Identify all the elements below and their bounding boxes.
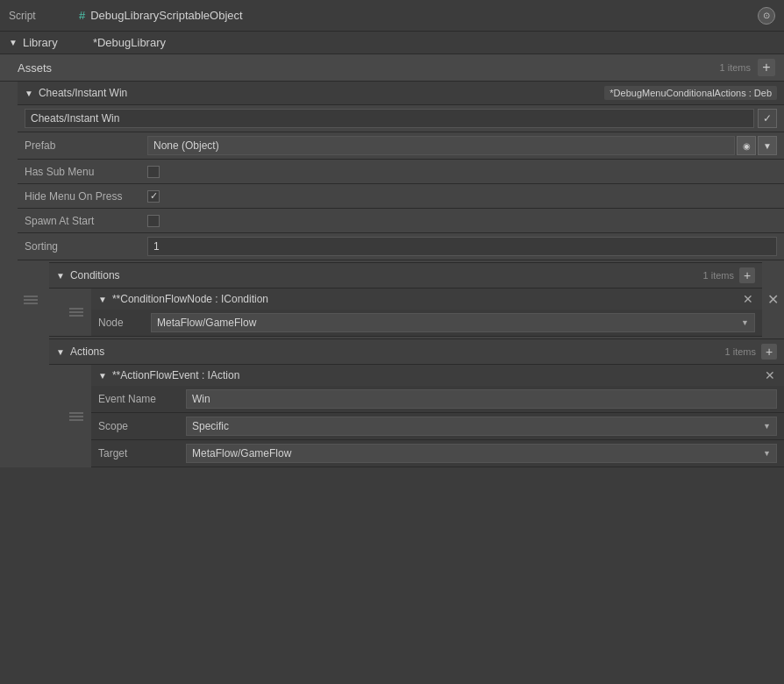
cheats-item-title: Cheats/Instant Win: [39, 87, 604, 99]
library-label: Library: [23, 36, 93, 49]
hide-menu-field: [147, 190, 777, 203]
conditions-title: Conditions: [70, 269, 703, 281]
actions-count: 1 items: [725, 346, 756, 357]
library-value: *DebugLibrary: [93, 36, 166, 49]
target-row: Target MetaFlow/GameFlow ▼: [91, 440, 784, 467]
conditions-triangle-icon: ▼: [56, 271, 65, 281]
name-field-row: ✓: [18, 105, 784, 132]
conditions-section: ▼ Conditions 1 items +: [18, 262, 784, 337]
condition-triangle-icon: ▼: [98, 295, 107, 304]
name-confirm-btn[interactable]: ✓: [758, 109, 777, 128]
scope-row: Scope Specific ▼: [91, 413, 784, 440]
spawn-at-start-field: [147, 215, 777, 227]
conditions-outer: ▼ Conditions 1 items +: [18, 262, 784, 337]
cheats-triangle-icon: ▼: [25, 89, 33, 98]
hide-menu-field-row: Hide Menu On Press: [18, 184, 784, 209]
target-dropdown-value: MetaFlow/GameFlow: [192, 447, 291, 460]
hide-menu-label: Hide Menu On Press: [25, 190, 147, 203]
condition-node-value: MetaFlow/GameFlow: [157, 317, 256, 329]
condition-item-content: ▼ **ConditionFlowNode : ICondition ✕ Nod…: [91, 289, 762, 336]
scope-value: Specific ▼: [186, 417, 777, 436]
action-item-name: **ActionFlowEvent : IAction: [112, 369, 763, 381]
action-drag-handle[interactable]: [67, 365, 91, 467]
script-label: Script: [9, 10, 79, 22]
condition-drag-handle[interactable]: [67, 308, 91, 317]
prefab-target-btn[interactable]: ◉: [737, 136, 756, 155]
hide-menu-checkbox[interactable]: [147, 190, 160, 203]
conditions-drag-handle[interactable]: [18, 296, 49, 304]
target-dropdown-arrow: ▼: [763, 449, 771, 458]
prefab-field: None (Object) ◉ ▼: [147, 136, 777, 155]
action-drag-icon: [69, 412, 83, 421]
actions-title: Actions: [70, 346, 725, 358]
library-row: ▼ Library *DebugLibrary: [0, 32, 784, 54]
has-sub-menu-checkbox[interactable]: [147, 166, 160, 178]
prefab-value: None (Object): [147, 136, 735, 155]
prefab-dropdown-btn[interactable]: ▼: [758, 136, 777, 155]
action-item-content: ▼ **ActionFlowEvent : IAction ✕: [91, 365, 784, 467]
scope-label: Scope: [98, 420, 186, 432]
script-name: DebugLibraryScriptableObject: [90, 9, 242, 22]
condition-node-dropdown-arrow: ▼: [741, 318, 749, 327]
action-item-header: ▼ **ActionFlowEvent : IAction ✕: [91, 365, 784, 386]
condition-remove-btn[interactable]: ✕: [741, 292, 755, 306]
target-value: MetaFlow/GameFlow ▼: [186, 444, 777, 463]
name-input[interactable]: [25, 109, 754, 128]
sorting-label: Sorting: [25, 240, 147, 253]
actions-triangle-icon: ▼: [56, 347, 65, 357]
cheats-item-value: *DebugMenuConditionalActions : Deb: [604, 86, 777, 100]
event-name-value: [186, 389, 777, 409]
condition-node-dropdown[interactable]: MetaFlow/GameFlow ▼: [151, 313, 755, 332]
script-target-btn[interactable]: ⊙: [758, 7, 775, 25]
cheats-item: ▼ Cheats/Instant Win *DebugMenuCondition…: [0, 82, 784, 467]
event-name-label: Event Name: [98, 393, 186, 405]
assets-count: 1 items: [720, 62, 751, 73]
actions-outer: ▼ Actions 1 items +: [18, 338, 784, 467]
library-triangle-icon: ▼: [9, 38, 18, 47]
has-sub-menu-label: Has Sub Menu: [25, 166, 147, 178]
condition-drag-icon: [69, 308, 83, 317]
has-sub-menu-field: [147, 166, 777, 178]
event-name-input[interactable]: [186, 389, 777, 409]
spawn-at-start-label: Spawn At Start: [25, 215, 147, 227]
target-label: Target: [98, 447, 186, 460]
actions-header: ▼ Actions 1 items +: [49, 338, 784, 365]
assets-section: Assets 1 items + ▼ Cheats/Instant Win *D…: [0, 54, 784, 467]
prefab-label: Prefab: [25, 139, 147, 152]
actions-content: ▼ Actions 1 items +: [49, 338, 784, 467]
condition-name-text: *ConditionFlowNode : ICondition: [117, 293, 268, 305]
sorting-field-row: Sorting: [18, 233, 784, 260]
name-row-container: ✓: [25, 109, 777, 128]
action-name-text: *ActionFlowEvent : IAction: [117, 369, 240, 381]
sorting-input[interactable]: [147, 237, 777, 256]
actions-add-btn[interactable]: +: [761, 344, 777, 360]
assets-add-btn[interactable]: +: [758, 59, 775, 76]
condition-item-header: ▼ **ConditionFlowNode : ICondition ✕: [91, 289, 762, 310]
has-sub-menu-field-row: Has Sub Menu: [18, 160, 784, 184]
spawn-at-start-field-row: Spawn At Start: [18, 209, 784, 233]
cheats-item-header: ▼ Cheats/Instant Win *DebugMenuCondition…: [18, 82, 784, 105]
target-dropdown[interactable]: MetaFlow/GameFlow ▼: [186, 444, 777, 463]
action-item: ▼ **ActionFlowEvent : IAction ✕: [49, 365, 784, 467]
hash-icon: #: [79, 9, 85, 22]
condition-node-row: Node MetaFlow/GameFlow ▼: [91, 310, 762, 336]
action-item-fields: Event Name Scope: [91, 386, 784, 467]
action-item-outer: ▼ **ActionFlowEvent : IAction ✕: [67, 365, 784, 467]
condition-node-label: Node: [98, 317, 151, 329]
script-library-panel: Script # DebugLibraryScriptableObject ⊙ …: [0, 0, 784, 467]
prefab-field-row: Prefab None (Object) ◉ ▼: [18, 132, 784, 160]
action-remove-btn[interactable]: ✕: [763, 368, 777, 382]
conditions-count: 1 items: [703, 270, 734, 281]
conditions-add-btn[interactable]: +: [739, 267, 755, 283]
spawn-at-start-checkbox[interactable]: [147, 215, 160, 227]
script-row: Script # DebugLibraryScriptableObject ⊙: [0, 0, 784, 32]
scope-dropdown[interactable]: Specific ▼: [186, 417, 777, 436]
script-value-container: # DebugLibraryScriptableObject: [79, 9, 758, 22]
assets-header: Assets 1 items +: [0, 54, 784, 82]
action-triangle-icon: ▼: [98, 371, 107, 381]
assets-title: Assets: [18, 61, 720, 75]
sorting-field: [147, 237, 777, 256]
conditions-section-remove-btn[interactable]: ✕: [762, 291, 784, 308]
scope-dropdown-arrow: ▼: [763, 422, 771, 431]
event-name-row: Event Name: [91, 386, 784, 413]
